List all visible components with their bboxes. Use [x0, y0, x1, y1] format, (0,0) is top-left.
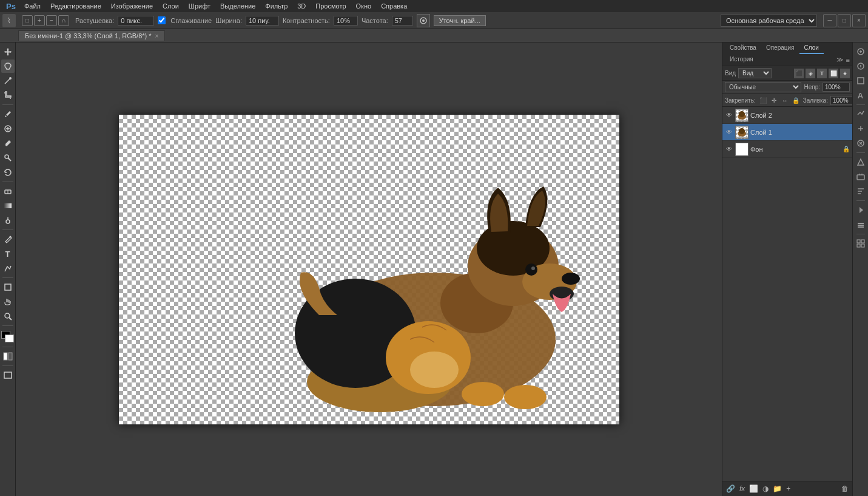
tab-layers[interactable]: Слои	[799, 42, 824, 54]
pen-tool[interactable]	[1, 233, 15, 246]
move-tool[interactable]	[1, 45, 15, 58]
right-icon-3[interactable]	[854, 74, 867, 87]
contrast-input[interactable]	[334, 16, 358, 25]
layer-group-btn[interactable]: 📁	[772, 483, 783, 494]
tab-history[interactable]: История	[725, 54, 758, 66]
layer-delete-btn[interactable]: 🗑	[840, 483, 850, 494]
gradient-tool[interactable]	[1, 199, 15, 212]
menu-3d[interactable]: 3D	[292, 1, 311, 11]
filter-type-btn[interactable]: T	[817, 69, 827, 78]
eraser-tool[interactable]	[1, 185, 15, 198]
add-selection-icon[interactable]: +	[34, 15, 45, 26]
right-icon-5[interactable]	[854, 107, 867, 121]
layer-visibility-fon[interactable]: 👁	[725, 145, 733, 154]
layer-visibility-sloy2[interactable]: 👁	[725, 111, 733, 120]
menu-font[interactable]: Шрифт	[184, 1, 215, 11]
eyedropper-tool[interactable]	[1, 107, 15, 121]
layer-mask-btn[interactable]: ⬜	[748, 483, 759, 494]
right-icon-arrow[interactable]	[854, 203, 867, 217]
blend-mode-select[interactable]: Обычные	[725, 82, 801, 92]
menu-view[interactable]: Просмотр	[311, 1, 351, 11]
menu-file[interactable]: Файл	[19, 1, 45, 11]
right-icon-layers[interactable]	[854, 218, 867, 231]
tab-operation[interactable]: Операция	[761, 42, 799, 54]
background-color[interactable]	[5, 335, 14, 342]
lock-artboard-btn[interactable]: ↔	[780, 95, 790, 105]
color-swatches[interactable]	[1, 331, 15, 344]
menu-filter[interactable]: Фильтр	[260, 1, 292, 11]
menu-layers[interactable]: Слои	[158, 1, 184, 11]
right-icon-1[interactable]	[854, 45, 867, 58]
dodge-tool[interactable]	[1, 214, 15, 227]
layer-new-btn[interactable]: +	[785, 483, 792, 494]
shape-tool[interactable]	[1, 280, 15, 294]
svg-rect-46	[861, 240, 864, 243]
refine-edge-button[interactable]: Уточн. край...	[434, 15, 486, 26]
history-brush-tool[interactable]	[1, 166, 15, 179]
menu-window[interactable]: Окно	[351, 1, 377, 11]
crop-tool[interactable]	[1, 89, 15, 102]
feather-input[interactable]	[118, 16, 154, 25]
smooth-checkbox[interactable]	[158, 16, 166, 24]
pen-pressure-icon[interactable]	[417, 14, 430, 27]
quick-mask-icon[interactable]	[1, 350, 15, 363]
opacity-input[interactable]	[823, 83, 850, 92]
width-input[interactable]	[246, 16, 279, 25]
zoom-tool[interactable]	[1, 310, 15, 323]
lock-all-btn[interactable]: 🔒	[791, 95, 801, 105]
layer-thumb-sloy2	[735, 109, 749, 122]
text-tool[interactable]: T	[1, 247, 15, 260]
clone-stamp-tool[interactable]	[1, 151, 15, 165]
tab-properties[interactable]: Свойства	[725, 42, 761, 54]
menu-select[interactable]: Выделение	[215, 1, 260, 11]
healing-tool[interactable]	[1, 122, 15, 135]
svg-rect-43	[858, 225, 864, 226]
layer-adjustment-btn[interactable]: ◑	[761, 483, 770, 494]
close-icon[interactable]: ×	[852, 14, 866, 27]
tab-close-btn[interactable]: ×	[155, 33, 159, 39]
right-icon-grid[interactable]	[854, 237, 867, 250]
right-icon-9[interactable]	[854, 170, 867, 183]
subtract-selection-icon[interactable]: −	[46, 15, 57, 26]
magic-wand-tool[interactable]	[1, 74, 15, 87]
maximize-icon[interactable]: □	[838, 14, 851, 27]
lock-pixels-btn[interactable]: ⬛	[758, 95, 768, 105]
right-icon-4[interactable]: A	[854, 89, 867, 102]
layer-row-fon[interactable]: 👁 Фон 🔒	[722, 141, 852, 158]
lock-position-btn[interactable]: ✛	[769, 95, 779, 105]
intersect-selection-icon[interactable]: ∩	[58, 15, 69, 26]
filter-adjust-btn[interactable]: ◈	[806, 69, 815, 78]
menu-image[interactable]: Изображение	[106, 1, 158, 11]
right-icon-8[interactable]	[854, 155, 867, 169]
freq-input[interactable]	[392, 16, 413, 25]
layer-fx-btn[interactable]: fx	[738, 483, 746, 494]
lasso-tool[interactable]	[1, 59, 15, 73]
filter-smart-btn[interactable]: ★	[840, 69, 850, 78]
filter-pixel-btn[interactable]: ⬛	[794, 69, 804, 78]
layer-row-sloy2[interactable]: 👁 Слой 2	[722, 107, 852, 124]
panel-menu-icon[interactable]: ≫	[836, 56, 844, 64]
right-icon-10[interactable]	[854, 185, 867, 198]
lasso-tool-icon[interactable]: ⌇	[2, 14, 16, 27]
menu-help[interactable]: Справка	[376, 1, 412, 11]
right-icon-2[interactable]	[854, 59, 867, 73]
filter-shape-btn[interactable]: ⬜	[829, 69, 838, 78]
path-selection-tool[interactable]	[1, 262, 15, 275]
layer-row-sloy1[interactable]: 👁 Слой 1	[722, 124, 852, 141]
layer-link-btn[interactable]: 🔗	[725, 483, 736, 494]
panel-options-icon[interactable]: ≡	[846, 56, 850, 64]
right-icon-6[interactable]	[854, 122, 867, 135]
layers-empty-space	[722, 158, 852, 481]
fill-input[interactable]	[830, 96, 855, 105]
hand-tool[interactable]	[1, 295, 15, 308]
layer-visibility-sloy1[interactable]: 👁	[725, 128, 733, 137]
brush-tool[interactable]	[1, 137, 15, 150]
right-icon-7[interactable]	[854, 137, 867, 150]
minimize-icon[interactable]: ─	[823, 14, 836, 27]
document-tab[interactable]: Без имени-1 @ 33,3% (Слой 1, RGB/8*) * ×	[18, 30, 165, 41]
new-selection-icon[interactable]: □	[22, 15, 33, 26]
menu-edit[interactable]: Редактирование	[45, 1, 106, 11]
filter-select[interactable]: Вид	[738, 68, 772, 78]
screen-mode-icon[interactable]	[1, 369, 15, 382]
workspace-select[interactable]: Основная рабочая среда	[721, 15, 817, 27]
